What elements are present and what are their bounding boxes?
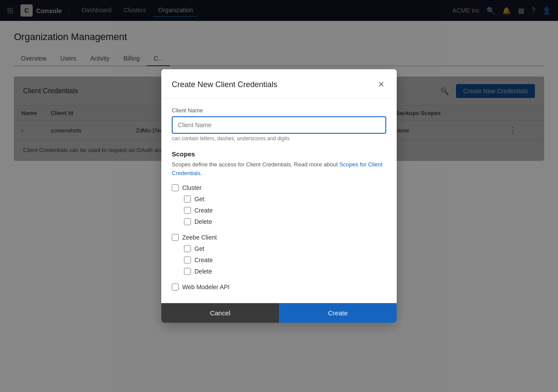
modal-close-button[interactable]: ✕ xyxy=(376,78,386,91)
modal-body: Client Name can contain letters, dashes,… xyxy=(161,98,397,171)
scopes-desc: Scopes define the access for Client Cred… xyxy=(172,160,386,171)
modal-overlay: Create New Client Credentials ✕ Client N… xyxy=(0,0,558,171)
modal-title: Create New Client Credentials xyxy=(172,80,277,89)
scopes-section: Scopes Scopes define the access for Clie… xyxy=(172,150,386,171)
modal-header: Create New Client Credentials ✕ xyxy=(161,69,397,98)
client-name-label: Client Name xyxy=(172,107,386,114)
modal: Create New Client Credentials ✕ Client N… xyxy=(161,69,397,171)
scopes-title: Scopes xyxy=(172,150,386,158)
client-name-hint: can contain letters, dashes, underscores… xyxy=(172,135,386,142)
client-name-input[interactable] xyxy=(172,116,386,134)
